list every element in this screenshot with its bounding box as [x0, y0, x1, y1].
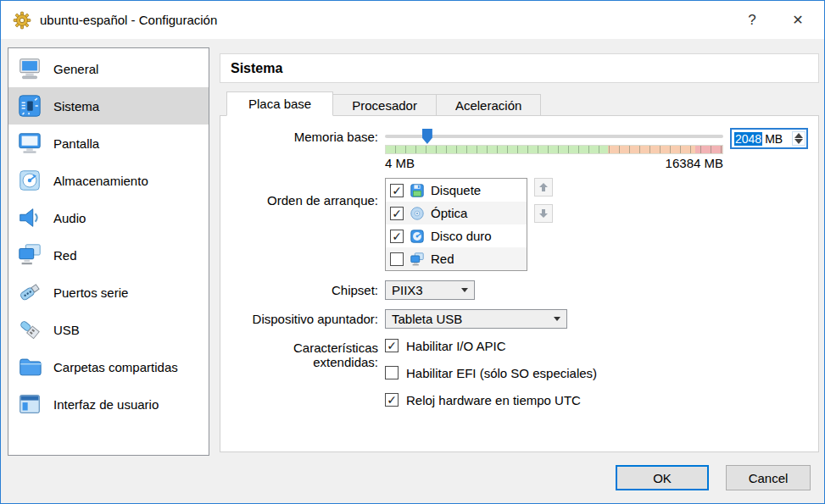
- boot-optical-checkbox[interactable]: [390, 207, 404, 220]
- chipset-label: Chipset:: [229, 283, 378, 297]
- dialog-footer: OK Cancel: [616, 465, 811, 490]
- base-memory-value[interactable]: 2048: [734, 132, 762, 146]
- boot-item-hard-disk[interactable]: Disco duro: [386, 224, 527, 247]
- boot-item-network[interactable]: Red: [386, 247, 527, 270]
- pointing-device-label: Dispositivo apuntador:: [229, 312, 378, 326]
- up-arrow-icon: [538, 182, 549, 192]
- tab-placa-base[interactable]: Placa base: [226, 91, 333, 116]
- boot-floppy-checkbox[interactable]: [390, 184, 404, 197]
- sidebar-item-label: Red: [53, 248, 77, 263]
- tab-aceleracion[interactable]: Aceleración: [437, 94, 541, 116]
- boot-order-control: Disquete Óptica: [385, 178, 808, 271]
- page-title: Sistema: [231, 61, 282, 76]
- sidebar-item-label: Almacenamiento: [53, 174, 148, 188]
- ok-button[interactable]: OK: [616, 465, 709, 490]
- utc-clock-checkbox[interactable]: [385, 393, 399, 407]
- boot-item-label: Disco duro: [431, 229, 492, 243]
- window-title: ubuntu-español - Configuración: [40, 13, 217, 27]
- display-icon: [17, 130, 42, 156]
- cancel-button[interactable]: Cancel: [726, 465, 811, 490]
- extended-features-label: Características extendidas:: [229, 338, 378, 419]
- chevron-down-icon: [554, 317, 560, 321]
- sidebar-item-label: General: [53, 62, 98, 76]
- sidebar-item-display[interactable]: Pantalla: [8, 125, 209, 162]
- boot-network-checkbox[interactable]: [390, 252, 404, 266]
- boot-order-list: Disquete Óptica: [385, 178, 527, 271]
- sidebar-item-audio[interactable]: Audio: [8, 199, 209, 236]
- sidebar-item-serial-ports[interactable]: Puertos serie: [8, 274, 209, 311]
- network-icon: [17, 242, 42, 268]
- spinner-arrows: [792, 131, 805, 146]
- feature-label: Reloj hardware en tiempo UTC: [406, 393, 581, 407]
- slider-track[interactable]: [385, 128, 723, 145]
- spin-up-icon[interactable]: [794, 133, 803, 138]
- move-up-button[interactable]: [534, 178, 553, 197]
- slider-handle[interactable]: [422, 129, 432, 144]
- chipset-select[interactable]: PIIX3: [385, 280, 475, 300]
- pointing-device-value: Tableta USB: [392, 312, 462, 326]
- sidebar-item-label: USB: [53, 323, 80, 337]
- sidebar-item-shared-folders[interactable]: Carpetas compartidas: [8, 348, 209, 385]
- help-button[interactable]: ?: [733, 1, 772, 39]
- dialog-body: General Sistema: [1, 39, 824, 503]
- sidebar-item-label: Puertos serie: [53, 285, 128, 300]
- user-interface-icon: [17, 391, 42, 417]
- sidebar-item-storage[interactable]: Almacenamiento: [8, 162, 209, 199]
- base-memory-label: Memoria base:: [229, 128, 378, 178]
- tab-panel-placa-base: Memoria base:: [220, 115, 819, 452]
- move-down-button[interactable]: [534, 204, 553, 223]
- base-memory-spinbox[interactable]: 2048 MB: [730, 128, 808, 149]
- shared-folders-icon: [17, 354, 42, 379]
- base-memory-unit: MB: [765, 132, 783, 146]
- slider-min-label: 4 MB: [385, 156, 415, 170]
- title-bar: ubuntu-español - Configuración ? ✕: [1, 1, 824, 39]
- feature-label: Habilitar I/O APIC: [406, 339, 506, 353]
- sidebar-item-label: Audio: [53, 211, 86, 225]
- sidebar-item-usb[interactable]: USB: [8, 311, 209, 348]
- io-apic-checkbox[interactable]: [385, 339, 399, 352]
- boot-item-floppy[interactable]: Disquete: [386, 179, 527, 202]
- hard-disk-icon: [410, 229, 425, 244]
- sidebar-item-label: Carpetas compartidas: [53, 360, 178, 374]
- sidebar-item-label: Sistema: [53, 99, 99, 114]
- boot-item-label: Red: [431, 252, 454, 266]
- feature-efi[interactable]: Habilitar EFI (sólo SO especiales): [385, 365, 808, 380]
- serial-port-icon: [17, 280, 42, 305]
- chevron-down-icon: [461, 288, 468, 292]
- tab-bar: Placa base Procesador Aceleración: [220, 91, 819, 115]
- pointing-device-select[interactable]: Tableta USB: [385, 309, 567, 329]
- floppy-icon: [410, 183, 425, 198]
- down-arrow-icon: [538, 208, 549, 219]
- slider-ticks: [386, 146, 722, 153]
- boot-item-label: Óptica: [431, 206, 467, 220]
- general-icon: [17, 56, 42, 81]
- main-area: Sistema Placa base Procesador Aceleració…: [220, 53, 819, 452]
- sidebar-item-network[interactable]: Red: [8, 236, 209, 274]
- sidebar-item-label: Pantalla: [53, 136, 99, 151]
- extended-features-group: Habilitar I/O APIC Habilitar EFI (sólo S…: [385, 338, 808, 419]
- base-memory-control: 4 MB 16384 MB 2048 MB: [385, 128, 808, 170]
- network-small-icon: [410, 252, 425, 267]
- base-memory-slider[interactable]: 4 MB 16384 MB: [385, 128, 723, 170]
- sidebar-item-user-interface[interactable]: Interfaz de usuario: [8, 385, 209, 423]
- boot-order-label: Orden de arranque:: [229, 178, 378, 280]
- spin-down-icon[interactable]: [794, 139, 803, 144]
- feature-utc-clock[interactable]: Reloj hardware en tiempo UTC: [385, 392, 808, 407]
- storage-icon: [17, 168, 42, 193]
- efi-checkbox[interactable]: [385, 366, 399, 379]
- gear-icon: [13, 11, 31, 30]
- close-button[interactable]: ✕: [772, 1, 824, 39]
- settings-sidebar: General Sistema: [8, 47, 209, 456]
- tab-procesador[interactable]: Procesador: [333, 94, 437, 116]
- boot-hard-disk-checkbox[interactable]: [390, 230, 404, 243]
- sidebar-item-general[interactable]: General: [8, 50, 209, 87]
- slider-scale: [385, 145, 723, 154]
- feature-io-apic[interactable]: Habilitar I/O APIC: [385, 338, 808, 353]
- sidebar-item-system[interactable]: Sistema: [8, 87, 209, 125]
- slider-max-label: 16384 MB: [666, 156, 723, 170]
- boot-item-label: Disquete: [431, 183, 481, 197]
- boot-item-optical[interactable]: Óptica: [386, 202, 527, 224]
- optical-disc-icon: [410, 206, 425, 221]
- settings-dialog: ubuntu-español - Configuración ? ✕ Gener…: [0, 0, 825, 504]
- usb-icon: [17, 317, 42, 342]
